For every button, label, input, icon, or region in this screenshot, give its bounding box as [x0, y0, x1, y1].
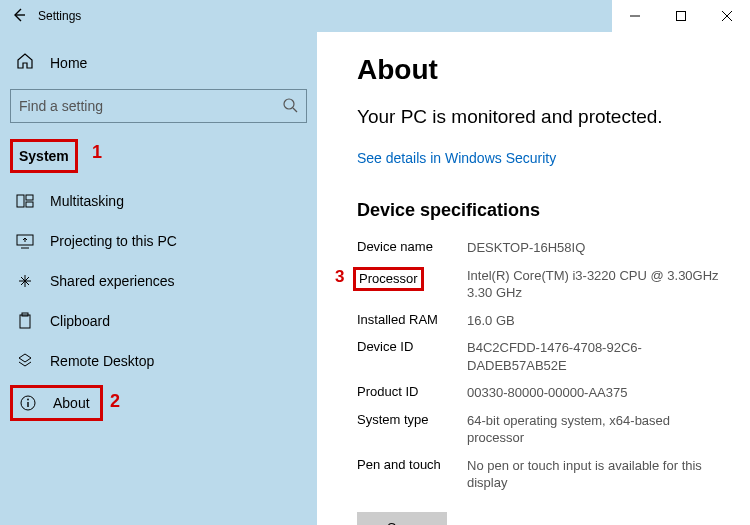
about-icon [19, 394, 37, 412]
sidebar-item-multitasking[interactable]: Multitasking [10, 183, 307, 219]
sidebar-item-remote-desktop[interactable]: Remote Desktop [10, 343, 307, 379]
close-button[interactable] [704, 0, 750, 32]
back-icon[interactable] [12, 8, 26, 25]
shared-experiences-icon [16, 272, 34, 290]
spec-label: System type [357, 412, 467, 427]
search-input[interactable] [19, 98, 282, 114]
spec-value: B4C2CFDD-1476-4708-92C6-DADEB57AB52E [467, 339, 722, 374]
annotation-2: 2 [110, 391, 120, 412]
title-bar: Settings [0, 0, 750, 32]
remote-desktop-icon [16, 352, 34, 370]
annotation-3-box: Processor [353, 267, 424, 291]
content-pane: About Your PC is monitored and protected… [317, 32, 750, 525]
sidebar-item-label: Clipboard [50, 313, 110, 329]
spec-row-system-type: System type 64-bit operating system, x64… [357, 412, 722, 447]
annotation-1: 1 [92, 142, 102, 163]
page-title: About [357, 54, 722, 86]
sidebar-item-label: Shared experiences [50, 273, 175, 289]
spec-label: Installed RAM [357, 312, 467, 327]
spec-row-pen-touch: Pen and touch No pen or touch input is a… [357, 457, 722, 492]
spec-label: Pen and touch [357, 457, 467, 472]
window-title: Settings [38, 9, 81, 23]
sidebar-item-projecting[interactable]: Projecting to this PC [10, 223, 307, 259]
spec-label: Product ID [357, 384, 467, 399]
clipboard-icon [16, 312, 34, 330]
svg-point-9 [27, 399, 29, 401]
protected-text: Your PC is monitored and protected. [357, 106, 722, 128]
svg-rect-4 [26, 202, 33, 207]
spec-row-ram: Installed RAM 16.0 GB [357, 312, 722, 330]
svg-rect-2 [17, 195, 24, 207]
spec-label: Device name [357, 239, 467, 254]
spec-value: Intel(R) Core(TM) i3-3220 CPU @ 3.30GHz … [467, 267, 722, 302]
spec-value: 00330-80000-00000-AA375 [467, 384, 627, 402]
home-label: Home [50, 55, 87, 71]
sidebar-item-clipboard[interactable]: Clipboard [10, 303, 307, 339]
spec-row-product-id: Product ID 00330-80000-00000-AA375 [357, 384, 722, 402]
sidebar-item-label: About [53, 395, 90, 411]
spec-value: 64-bit operating system, x64-based proce… [467, 412, 722, 447]
search-icon [282, 97, 298, 116]
sidebar-item-label: Remote Desktop [50, 353, 154, 369]
spec-row-device-name: Device name DESKTOP-16H58IQ [357, 239, 722, 257]
copy-button[interactable]: Copy [357, 512, 447, 525]
security-link[interactable]: See details in Windows Security [357, 150, 556, 166]
spec-row-device-id: Device ID B4C2CFDD-1476-4708-92C6-DADEB5… [357, 339, 722, 374]
sidebar-item-label: Projecting to this PC [50, 233, 177, 249]
spec-value: No pen or touch input is available for t… [467, 457, 722, 492]
home-icon [16, 52, 34, 73]
search-box[interactable] [10, 89, 307, 123]
spec-label: Processor [357, 267, 467, 291]
spec-value: 16.0 GB [467, 312, 515, 330]
sidebar: Home System 1 Multitasking Pr [0, 32, 317, 525]
sidebar-item-home[interactable]: Home [10, 44, 307, 83]
spec-label: Device ID [357, 339, 467, 354]
minimize-button[interactable] [612, 0, 658, 32]
multitasking-icon [16, 192, 34, 210]
sidebar-heading-system[interactable]: System [10, 139, 78, 173]
svg-rect-0 [677, 12, 686, 21]
svg-point-1 [284, 99, 294, 109]
sidebar-item-label: Multitasking [50, 193, 124, 209]
spec-value: DESKTOP-16H58IQ [467, 239, 585, 257]
projecting-icon [16, 232, 34, 250]
sidebar-item-shared-experiences[interactable]: Shared experiences [10, 263, 307, 299]
svg-rect-6 [20, 315, 30, 328]
sidebar-item-about[interactable]: About [10, 385, 103, 421]
svg-rect-3 [26, 195, 33, 200]
annotation-3: 3 [335, 267, 344, 287]
maximize-button[interactable] [658, 0, 704, 32]
spec-row-processor: 3 Processor Intel(R) Core(TM) i3-3220 CP… [357, 267, 722, 302]
device-spec-heading: Device specifications [357, 200, 722, 221]
